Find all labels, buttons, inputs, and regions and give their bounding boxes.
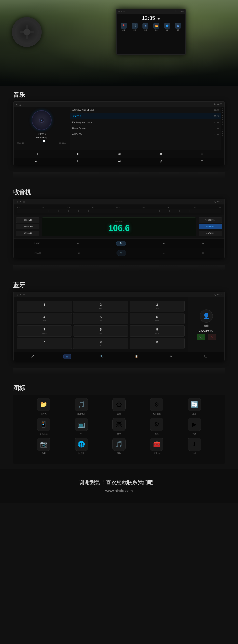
back-icon[interactable]: ◁	[16, 200, 18, 203]
icon-item-browser[interactable]: 🌐 浏览器	[64, 438, 99, 455]
menu-icon[interactable]: ▭	[23, 200, 25, 203]
bt-dialpad-btn[interactable]: ⊞	[64, 354, 71, 359]
music-list-btn[interactable]: ☰	[201, 160, 203, 163]
letter-A[interactable]: A	[222, 107, 223, 109]
icon-item-folder[interactable]: 📁 文件夹	[27, 398, 61, 415]
dial-key-hash[interactable]: #	[130, 338, 185, 349]
letter-F[interactable]: F	[222, 118, 223, 121]
radio-mode-label: FM1 LOC	[115, 220, 122, 222]
current-time: 00:03:41	[17, 142, 24, 144]
letter-I[interactable]: I	[223, 126, 223, 128]
dial-key-9[interactable]: 9 WXYZ	[130, 326, 185, 336]
icon-item-restart[interactable]: 🔄 重启	[177, 398, 211, 415]
radio-preset-right-0[interactable]: 106.50MHz	[199, 218, 222, 223]
dial-key-8[interactable]: 8 TUV	[73, 326, 128, 336]
nav-item-music[interactable]: 🎵 音乐	[132, 23, 138, 31]
nav-item-apps[interactable]: ⊞ 应用	[142, 23, 148, 31]
playlist-btn[interactable]: ☰	[200, 152, 203, 156]
letter-B[interactable]: B	[222, 109, 223, 112]
back-icon[interactable]: ◁	[16, 294, 18, 296]
pause-btn[interactable]: ⏸	[76, 152, 79, 156]
playlist-item-4[interactable]: All-For-Yo 03:06	[70, 131, 221, 137]
dial-key-4[interactable]: 4 GHI	[17, 313, 72, 324]
accept-call-btn[interactable]: 📞	[197, 334, 205, 340]
radio-prev-btn[interactable]: ⏮	[77, 242, 80, 245]
bt-call-btn[interactable]: 📞	[201, 354, 209, 359]
playlist-item-2[interactable]: Far Away form Home 10:06	[70, 120, 221, 125]
icon-item-dvr[interactable]: 📷 DVR	[27, 438, 61, 455]
radio-search-btn[interactable]: 🔍	[116, 240, 126, 246]
home-icon[interactable]: △	[20, 103, 21, 106]
radio-band-btn-2[interactable]: BVWD	[34, 252, 41, 254]
letter-L[interactable]: L	[222, 132, 223, 135]
icon-item-bt-music[interactable]: 🎵 蓝牙音乐	[64, 398, 99, 415]
nav-item-map[interactable]: 📍 地图	[121, 23, 127, 31]
playlist-item-0[interactable]: A Groovy Kind Of Love 03:00	[70, 107, 221, 113]
music-prev-btn[interactable]: ⏮	[35, 160, 38, 163]
playlist-item-1[interactable]: 少女时代 03:20	[70, 113, 221, 120]
home-icon[interactable]: △	[20, 200, 21, 203]
radio-settings-btn-2[interactable]: ⚙	[202, 252, 204, 254]
letter-D[interactable]: D	[222, 114, 223, 116]
dial-key-7[interactable]: 7 PGRS	[17, 326, 72, 336]
radio-preset-right-1[interactable]: 106.50MHz	[199, 224, 222, 229]
icon-item-aux[interactable]: 🎵 AUX	[102, 438, 136, 455]
icon-item-download[interactable]: ⬇ 下载	[177, 438, 211, 455]
letter-J[interactable]: J	[222, 128, 223, 130]
dial-key-5[interactable]: 5 JKL	[73, 313, 128, 324]
shuffle-btn[interactable]: ⇄	[159, 152, 162, 156]
icon-item-power[interactable]: ⏻ 关屏	[102, 398, 136, 415]
radio-preset-left-0[interactable]: 106.50MHz	[16, 218, 39, 223]
music-next-btn[interactable]: ⏭	[118, 160, 121, 163]
icon-item-toolbox[interactable]: 🧰 工具箱	[139, 438, 174, 455]
playlist-item-3[interactable]: Never Grow old 03:06	[70, 125, 221, 131]
bt-mic-btn[interactable]: 🎤	[29, 354, 37, 359]
radio-next-btn[interactable]: ⏭	[163, 242, 165, 245]
dial-key-6[interactable]: 6 MNO	[130, 313, 185, 324]
freq-95: 95	[92, 206, 94, 208]
playlist-track-title-2: Far Away form Home	[72, 121, 92, 124]
radio-prev-btn-2[interactable]: ⏮	[78, 252, 80, 254]
dial-key-2[interactable]: 2 ABC	[73, 301, 128, 312]
letter-E[interactable]: E	[222, 116, 223, 118]
dial-key-1[interactable]: 1	[17, 301, 72, 312]
letter-K[interactable]: K	[222, 130, 223, 132]
frequency-bar[interactable]	[17, 210, 221, 213]
progress-bar[interactable]	[17, 141, 66, 141]
radio-settings-btn[interactable]: ⚙	[202, 242, 204, 245]
back-icon[interactable]: ◁	[16, 103, 18, 106]
icon-item-settings[interactable]: ⚙ 设置	[139, 418, 174, 435]
radio-search-btn-2[interactable]: 🔍	[117, 250, 126, 256]
icon-item-tv[interactable]: 📺 TV	[64, 418, 99, 435]
icon-item-phone-link[interactable]: 📱 手机互联	[27, 418, 61, 435]
music-pause-btn[interactable]: ⏸	[76, 160, 79, 163]
nav-item-radio[interactable]: 📻 收音	[153, 23, 159, 31]
menu-icon[interactable]: ▭	[23, 103, 25, 106]
radio-band-btn[interactable]: BAND	[34, 242, 40, 245]
home-icon[interactable]: △	[20, 294, 21, 296]
music-shuffle2-btn[interactable]: ⇄	[160, 160, 162, 163]
reject-call-btn[interactable]: ✕	[207, 334, 216, 340]
letter-H[interactable]: H	[222, 123, 223, 126]
letter-M[interactable]: M	[222, 135, 223, 137]
letter-C[interactable]: C	[222, 112, 223, 114]
bt-search-btn[interactable]: 🔍	[98, 354, 106, 359]
icon-item-wallpaper[interactable]: 🖼 壁纸	[102, 418, 136, 435]
letter-G[interactable]: G	[222, 121, 223, 123]
radio-preset-left-1[interactable]: 106.50MHz	[16, 224, 39, 229]
bt-settings-btn[interactable]: ⚙	[167, 354, 174, 359]
icon-item-car-settings[interactable]: ⚙ 原车设置	[139, 398, 174, 415]
icon-item-video[interactable]: ▶ 视频	[177, 418, 211, 435]
radio-preset-left-2[interactable]: 106.50MHz	[16, 231, 39, 236]
next-track-btn[interactable]: ⏭	[118, 152, 121, 156]
dial-key-0[interactable]: 0 +	[73, 338, 128, 349]
nav-item-bluetooth[interactable]: 🔷 蓝牙	[164, 23, 170, 31]
menu-icon[interactable]: ▭	[23, 294, 25, 296]
nav-item-settings[interactable]: ⚙ 设置	[175, 23, 181, 31]
dial-key-3[interactable]: 3 DEF	[130, 301, 185, 312]
radio-next-btn-2[interactable]: ⏭	[163, 252, 165, 254]
prev-track-btn[interactable]: ⏮	[35, 152, 38, 156]
bt-contacts-btn[interactable]: 📋	[133, 354, 140, 359]
dial-key-star[interactable]: *	[17, 338, 72, 349]
radio-preset-right-2[interactable]: 106.50MHz	[199, 231, 222, 236]
